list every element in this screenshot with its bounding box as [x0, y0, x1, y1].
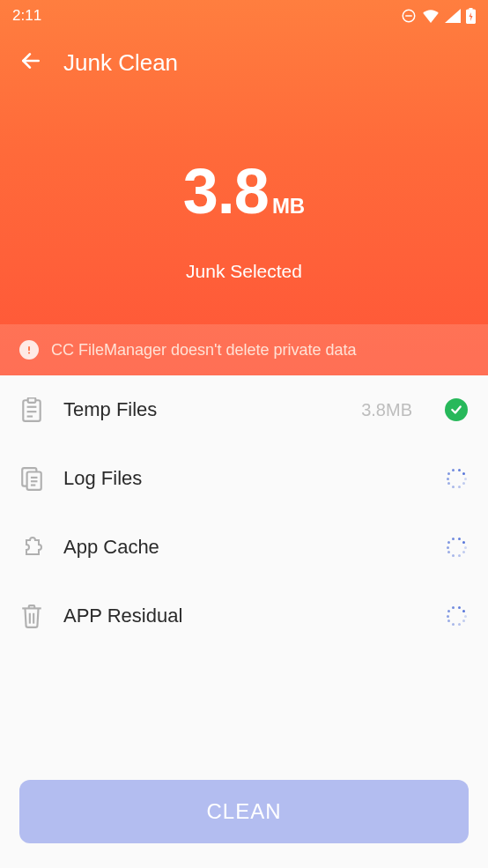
hero: 3.8 MB Junk Selected [0, 93, 488, 324]
category-list: Temp Files 3.8MB Log Files App Cache APP… [0, 375, 488, 650]
app-bar: Junk Clean [0, 32, 488, 93]
alert-icon [19, 340, 39, 360]
document-icon [19, 466, 44, 491]
clipboard-icon [19, 397, 44, 422]
category-row-app-residual[interactable]: APP Residual [0, 582, 488, 650]
status-loading [444, 466, 469, 491]
junk-size: 3.8 MB [183, 155, 305, 227]
status-bar: 2:11 [0, 0, 488, 32]
spinner-icon [446, 537, 467, 558]
svg-rect-9 [28, 398, 36, 403]
trash-icon [19, 604, 44, 628]
dnd-icon [401, 8, 417, 24]
category-label: APP Residual [63, 605, 425, 627]
category-label: Temp Files [63, 398, 342, 421]
svg-rect-3 [470, 8, 473, 10]
signal-icon [445, 9, 461, 23]
status-loading [444, 604, 469, 628]
privacy-notice-text: CC FileManager doesn't delete private da… [51, 341, 357, 360]
junk-size-unit: MB [272, 194, 305, 219]
check-icon [445, 398, 468, 421]
category-label: Log Files [63, 467, 425, 490]
status-time: 2:11 [12, 7, 41, 25]
status-done[interactable] [444, 397, 469, 422]
junk-subtitle: Junk Selected [0, 261, 488, 282]
category-row-app-cache[interactable]: App Cache [0, 513, 488, 582]
clean-button[interactable]: CLEAN [19, 780, 469, 843]
spinner-icon [446, 468, 467, 489]
puzzle-icon [19, 535, 44, 560]
header-area: 2:11 Junk Clean 3.8 MB Junk Selected [0, 0, 488, 375]
category-size: 3.8MB [361, 400, 412, 420]
spinner-icon [446, 605, 467, 627]
svg-rect-6 [28, 346, 30, 351]
battery-icon [466, 8, 476, 24]
back-icon[interactable] [19, 49, 42, 76]
page-title: Junk Clean [63, 49, 178, 77]
wifi-icon [422, 9, 440, 23]
category-row-log-files[interactable]: Log Files [0, 444, 488, 513]
svg-point-7 [28, 352, 30, 354]
category-label: App Cache [63, 536, 425, 559]
status-icons [401, 8, 476, 24]
status-loading [444, 535, 469, 560]
junk-size-value: 3.8 [183, 155, 269, 227]
privacy-notice: CC FileManager doesn't delete private da… [0, 324, 488, 375]
category-row-temp-files[interactable]: Temp Files 3.8MB [0, 375, 488, 444]
